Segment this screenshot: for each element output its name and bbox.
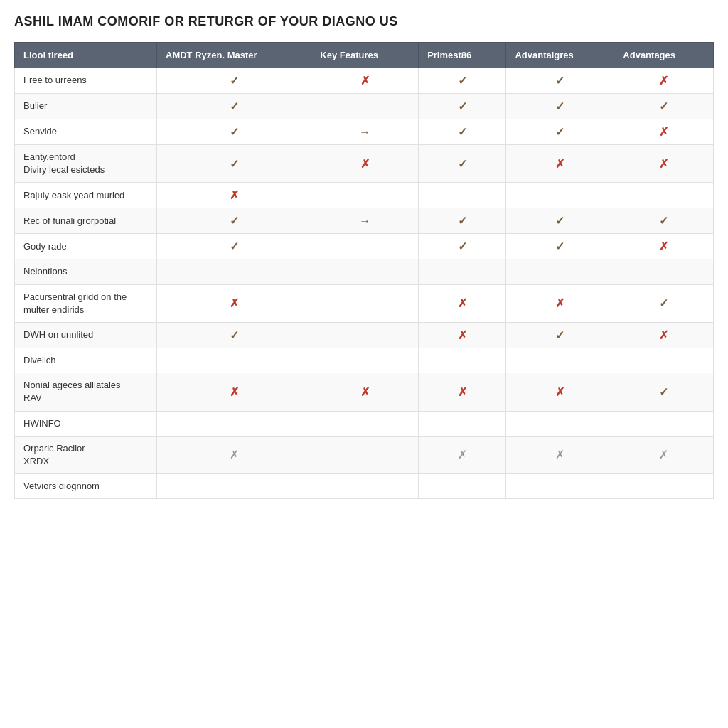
cross-icon: ✗ <box>360 386 370 398</box>
table-row: Vetviors diognnom <box>15 474 714 499</box>
table-row: Senvide✓→✓✓✗ <box>15 119 714 145</box>
cell-r10-c2 <box>419 348 506 373</box>
check-icon: ✓ <box>458 215 467 227</box>
cell-r13-c0: ✗ <box>157 436 311 473</box>
cell-r1-c1 <box>311 94 419 119</box>
cell-r10-c1 <box>311 348 419 373</box>
table-row: Rec of funali grorpotial✓→✓✓✓ <box>15 208 714 234</box>
cell-r4-c1 <box>311 183 419 208</box>
cell-r14-c0 <box>157 474 311 499</box>
table-row: Free to urreens✓✗✓✓✗ <box>15 68 714 94</box>
cell-r7-c4 <box>614 259 714 284</box>
cell-r8-c1 <box>311 284 419 322</box>
row-label-8: Pacursentral gridd on themulter endirids <box>15 284 157 322</box>
cell-r6-c2: ✓ <box>419 234 506 259</box>
check-icon: ✓ <box>458 158 467 170</box>
check-icon: ✓ <box>230 215 239 227</box>
table-row: Rajuly eask yead muried✗ <box>15 183 714 208</box>
table-row: DWH on unnlited✓✗✓✗ <box>15 322 714 348</box>
cell-r13-c4: ✗ <box>614 436 714 473</box>
cell-r0-c4: ✗ <box>614 68 714 94</box>
cell-r11-c4: ✓ <box>614 373 714 411</box>
check-icon: ✓ <box>555 126 564 138</box>
check-icon: ✓ <box>555 75 564 87</box>
cell-r1-c4: ✓ <box>614 94 714 119</box>
cell-r11-c2: ✗ <box>419 373 506 411</box>
cell-r8-c3: ✗ <box>506 284 614 322</box>
col-header-1: AMDT Ryzen. Master <box>157 43 311 68</box>
cell-r12-c0 <box>157 411 311 436</box>
cross-icon: ✗ <box>230 297 239 309</box>
cell-r14-c1 <box>311 474 419 499</box>
cell-r3-c3: ✗ <box>506 145 614 183</box>
cell-r0-c0: ✓ <box>157 68 311 94</box>
row-label-6: Gody rade <box>15 234 157 259</box>
cell-r7-c3 <box>506 259 614 284</box>
cross-icon: ✗ <box>659 240 668 252</box>
cross-icon: ✗ <box>659 158 668 170</box>
cell-r8-c0: ✗ <box>157 284 311 322</box>
cell-r0-c2: ✓ <box>419 68 506 94</box>
cross-icon: ✗ <box>659 126 668 138</box>
cell-r3-c0: ✓ <box>157 145 311 183</box>
cell-r9-c2: ✗ <box>419 322 506 348</box>
cross-gray-icon: ✗ <box>230 449 239 461</box>
row-label-12: HWINFO <box>15 411 157 436</box>
row-label-10: Divelich <box>15 348 157 373</box>
col-header-0: Liool tireed <box>15 43 157 68</box>
cell-r9-c1 <box>311 322 419 348</box>
cell-r5-c2: ✓ <box>419 208 506 234</box>
row-label-2: Senvide <box>15 119 157 145</box>
cell-r4-c2 <box>419 183 506 208</box>
cell-r3-c2: ✓ <box>419 145 506 183</box>
table-header-row: Liool tireedAMDT Ryzen. MasterKey Featur… <box>15 43 714 68</box>
row-label-7: Nelontions <box>15 259 157 284</box>
cross-icon: ✗ <box>458 297 467 309</box>
cell-r4-c0: ✗ <box>157 183 311 208</box>
check-icon: ✓ <box>458 100 467 112</box>
cell-r2-c1: → <box>311 119 419 145</box>
cross-icon: ✗ <box>659 329 668 341</box>
cell-r11-c0: ✗ <box>157 373 311 411</box>
row-label-14: Vetviors diognnom <box>15 474 157 499</box>
cell-r12-c4 <box>614 411 714 436</box>
cross-icon: ✗ <box>555 386 564 398</box>
check-icon: ✓ <box>230 240 239 252</box>
cross-gray-icon: ✗ <box>659 449 668 461</box>
arrow-icon: → <box>359 215 370 227</box>
cell-r9-c0: ✓ <box>157 322 311 348</box>
cell-r11-c3: ✗ <box>506 373 614 411</box>
cross-icon: ✗ <box>555 158 564 170</box>
cell-r2-c3: ✓ <box>506 119 614 145</box>
cell-r5-c3: ✓ <box>506 208 614 234</box>
cell-r4-c3 <box>506 183 614 208</box>
check-icon: ✓ <box>458 75 467 87</box>
cell-r1-c2: ✓ <box>419 94 506 119</box>
cell-r7-c2 <box>419 259 506 284</box>
cell-r10-c4 <box>614 348 714 373</box>
row-label-13: Orparic RacilorXRDX <box>15 436 157 473</box>
cross-icon: ✗ <box>230 386 239 398</box>
cell-r12-c1 <box>311 411 419 436</box>
check-icon: ✓ <box>555 240 564 252</box>
cross-icon: ✗ <box>360 75 370 87</box>
cell-r9-c3: ✓ <box>506 322 614 348</box>
cell-r0-c1: ✗ <box>311 68 419 94</box>
cell-r2-c4: ✗ <box>614 119 714 145</box>
check-icon: ✓ <box>555 215 564 227</box>
cell-r13-c1 <box>311 436 419 473</box>
cross-icon: ✗ <box>555 297 564 309</box>
check-icon: ✓ <box>659 297 668 309</box>
cell-r6-c4: ✗ <box>614 234 714 259</box>
cross-gray-icon: ✗ <box>458 449 467 461</box>
row-label-9: DWH on unnlited <box>15 322 157 348</box>
cell-r8-c4: ✓ <box>614 284 714 322</box>
cell-r6-c3: ✓ <box>506 234 614 259</box>
cell-r14-c3 <box>506 474 614 499</box>
row-label-0: Free to urreens <box>15 68 157 94</box>
page-title: ASHIL IMAM COMORIF OR RETURGR OF YOUR DI… <box>14 14 714 29</box>
table-row: Nelontions <box>15 259 714 284</box>
check-icon: ✓ <box>659 386 668 398</box>
cell-r6-c0: ✓ <box>157 234 311 259</box>
cell-r2-c2: ✓ <box>419 119 506 145</box>
